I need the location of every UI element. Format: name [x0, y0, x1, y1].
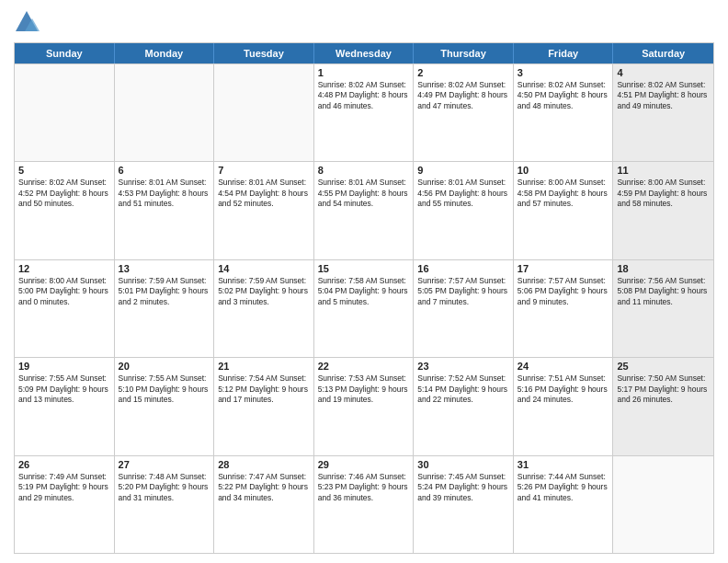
day-number: 28 — [218, 459, 310, 470]
day-number: 27 — [119, 459, 210, 470]
day-info: Sunrise: 7:59 AM Sunset: 5:01 PM Dayligh… — [119, 276, 210, 307]
day-cell-17: 17Sunrise: 7:57 AM Sunset: 5:06 PM Dayli… — [514, 260, 614, 357]
day-info: Sunrise: 8:02 AM Sunset: 4:48 PM Dayligh… — [318, 80, 410, 111]
day-cell-30: 30Sunrise: 7:45 AM Sunset: 5:24 PM Dayli… — [414, 456, 514, 553]
empty-cell — [613, 456, 713, 553]
day-info: Sunrise: 8:01 AM Sunset: 4:55 PM Dayligh… — [318, 178, 410, 209]
calendar-body: 1Sunrise: 8:02 AM Sunset: 4:48 PM Daylig… — [15, 63, 713, 553]
week-row-2: 5Sunrise: 8:02 AM Sunset: 4:52 PM Daylig… — [15, 161, 713, 259]
day-cell-21: 21Sunrise: 7:54 AM Sunset: 5:12 PM Dayli… — [214, 358, 314, 454]
header-day-saturday: Saturday — [613, 43, 713, 63]
day-cell-29: 29Sunrise: 7:46 AM Sunset: 5:23 PM Dayli… — [314, 456, 415, 553]
day-cell-5: 5Sunrise: 8:02 AM Sunset: 4:52 PM Daylig… — [15, 162, 115, 259]
day-cell-10: 10Sunrise: 8:00 AM Sunset: 4:58 PM Dayli… — [514, 162, 614, 259]
day-info: Sunrise: 7:57 AM Sunset: 5:05 PM Dayligh… — [417, 276, 509, 307]
day-info: Sunrise: 7:59 AM Sunset: 5:02 PM Dayligh… — [218, 276, 310, 307]
header-day-monday: Monday — [115, 43, 215, 63]
day-cell-31: 31Sunrise: 7:44 AM Sunset: 5:26 PM Dayli… — [514, 456, 614, 553]
day-number: 31 — [518, 459, 609, 470]
day-number: 8 — [318, 165, 410, 176]
day-info: Sunrise: 7:54 AM Sunset: 5:12 PM Dayligh… — [218, 373, 310, 405]
day-cell-11: 11Sunrise: 8:00 AM Sunset: 4:59 PM Dayli… — [613, 162, 713, 259]
day-number: 24 — [518, 361, 609, 372]
day-info: Sunrise: 8:02 AM Sunset: 4:52 PM Dayligh… — [18, 178, 110, 209]
day-number: 21 — [218, 361, 310, 372]
day-number: 16 — [417, 263, 509, 274]
day-number: 25 — [617, 361, 710, 372]
day-cell-24: 24Sunrise: 7:51 AM Sunset: 5:16 PM Dayli… — [514, 358, 614, 454]
day-info: Sunrise: 7:52 AM Sunset: 5:14 PM Dayligh… — [417, 373, 509, 405]
day-number: 29 — [318, 459, 410, 470]
day-info: Sunrise: 8:00 AM Sunset: 4:58 PM Dayligh… — [518, 178, 609, 209]
logo-icon — [14, 9, 40, 35]
day-info: Sunrise: 7:53 AM Sunset: 5:13 PM Dayligh… — [318, 373, 410, 405]
header-day-sunday: Sunday — [15, 43, 115, 63]
day-cell-22: 22Sunrise: 7:53 AM Sunset: 5:13 PM Dayli… — [314, 358, 415, 454]
day-info: Sunrise: 7:56 AM Sunset: 5:08 PM Dayligh… — [617, 276, 710, 307]
day-info: Sunrise: 7:46 AM Sunset: 5:23 PM Dayligh… — [318, 472, 410, 503]
day-cell-16: 16Sunrise: 7:57 AM Sunset: 5:05 PM Dayli… — [414, 260, 514, 357]
day-info: Sunrise: 8:01 AM Sunset: 4:56 PM Dayligh… — [417, 178, 509, 209]
day-info: Sunrise: 7:45 AM Sunset: 5:24 PM Dayligh… — [417, 472, 509, 503]
day-number: 5 — [18, 165, 110, 176]
day-info: Sunrise: 8:02 AM Sunset: 4:50 PM Dayligh… — [518, 80, 609, 111]
day-number: 22 — [318, 361, 410, 372]
day-number: 7 — [218, 165, 310, 176]
day-info: Sunrise: 8:02 AM Sunset: 4:51 PM Dayligh… — [617, 80, 710, 111]
day-cell-20: 20Sunrise: 7:55 AM Sunset: 5:10 PM Dayli… — [115, 358, 215, 454]
day-info: Sunrise: 7:48 AM Sunset: 5:20 PM Dayligh… — [119, 472, 210, 503]
day-cell-3: 3Sunrise: 8:02 AM Sunset: 4:50 PM Daylig… — [514, 64, 614, 161]
day-cell-19: 19Sunrise: 7:55 AM Sunset: 5:09 PM Dayli… — [15, 358, 115, 454]
day-number: 20 — [119, 361, 210, 372]
header-day-tuesday: Tuesday — [214, 43, 314, 63]
day-cell-1: 1Sunrise: 8:02 AM Sunset: 4:48 PM Daylig… — [314, 64, 415, 161]
day-info: Sunrise: 7:44 AM Sunset: 5:26 PM Dayligh… — [518, 472, 609, 503]
empty-cell — [15, 64, 115, 161]
empty-cell — [115, 64, 215, 161]
header — [14, 9, 714, 35]
day-number: 6 — [119, 165, 210, 176]
day-number: 9 — [417, 165, 509, 176]
week-row-5: 26Sunrise: 7:49 AM Sunset: 5:19 PM Dayli… — [15, 455, 713, 553]
day-info: Sunrise: 7:58 AM Sunset: 5:04 PM Dayligh… — [318, 276, 410, 307]
day-cell-12: 12Sunrise: 8:00 AM Sunset: 5:00 PM Dayli… — [15, 260, 115, 357]
day-cell-2: 2Sunrise: 8:02 AM Sunset: 4:49 PM Daylig… — [414, 64, 514, 161]
day-number: 18 — [617, 263, 710, 274]
day-info: Sunrise: 7:57 AM Sunset: 5:06 PM Dayligh… — [518, 276, 609, 307]
calendar: SundayMondayTuesdayWednesdayThursdayFrid… — [14, 42, 714, 554]
day-info: Sunrise: 8:01 AM Sunset: 4:54 PM Dayligh… — [218, 178, 310, 209]
day-number: 4 — [617, 67, 710, 78]
header-day-wednesday: Wednesday — [314, 43, 415, 63]
day-cell-13: 13Sunrise: 7:59 AM Sunset: 5:01 PM Dayli… — [115, 260, 215, 357]
day-number: 1 — [318, 67, 410, 78]
day-info: Sunrise: 7:55 AM Sunset: 5:10 PM Dayligh… — [119, 373, 210, 405]
day-cell-23: 23Sunrise: 7:52 AM Sunset: 5:14 PM Dayli… — [414, 358, 514, 454]
day-info: Sunrise: 7:49 AM Sunset: 5:19 PM Dayligh… — [18, 472, 110, 503]
week-row-1: 1Sunrise: 8:02 AM Sunset: 4:48 PM Daylig… — [15, 63, 713, 161]
day-number: 30 — [417, 459, 509, 470]
day-info: Sunrise: 7:51 AM Sunset: 5:16 PM Dayligh… — [518, 373, 609, 405]
day-info: Sunrise: 8:00 AM Sunset: 5:00 PM Dayligh… — [18, 276, 110, 307]
day-number: 14 — [218, 263, 310, 274]
day-info: Sunrise: 8:01 AM Sunset: 4:53 PM Dayligh… — [119, 178, 210, 209]
day-number: 13 — [119, 263, 210, 274]
day-number: 12 — [18, 263, 110, 274]
day-number: 11 — [617, 165, 710, 176]
day-cell-14: 14Sunrise: 7:59 AM Sunset: 5:02 PM Dayli… — [214, 260, 314, 357]
week-row-3: 12Sunrise: 8:00 AM Sunset: 5:00 PM Dayli… — [15, 259, 713, 357]
day-cell-7: 7Sunrise: 8:01 AM Sunset: 4:54 PM Daylig… — [214, 162, 314, 259]
header-day-thursday: Thursday — [414, 43, 514, 63]
day-number: 17 — [518, 263, 609, 274]
day-number: 19 — [18, 361, 110, 372]
day-number: 23 — [417, 361, 509, 372]
header-day-friday: Friday — [514, 43, 614, 63]
week-row-4: 19Sunrise: 7:55 AM Sunset: 5:09 PM Dayli… — [15, 357, 713, 454]
day-cell-15: 15Sunrise: 7:58 AM Sunset: 5:04 PM Dayli… — [314, 260, 415, 357]
day-info: Sunrise: 7:50 AM Sunset: 5:17 PM Dayligh… — [617, 373, 710, 405]
calendar-header-row: SundayMondayTuesdayWednesdayThursdayFrid… — [15, 43, 713, 63]
day-info: Sunrise: 8:02 AM Sunset: 4:49 PM Dayligh… — [417, 80, 509, 111]
day-cell-9: 9Sunrise: 8:01 AM Sunset: 4:56 PM Daylig… — [414, 162, 514, 259]
day-number: 26 — [18, 459, 110, 470]
day-cell-8: 8Sunrise: 8:01 AM Sunset: 4:55 PM Daylig… — [314, 162, 415, 259]
day-cell-6: 6Sunrise: 8:01 AM Sunset: 4:53 PM Daylig… — [115, 162, 215, 259]
